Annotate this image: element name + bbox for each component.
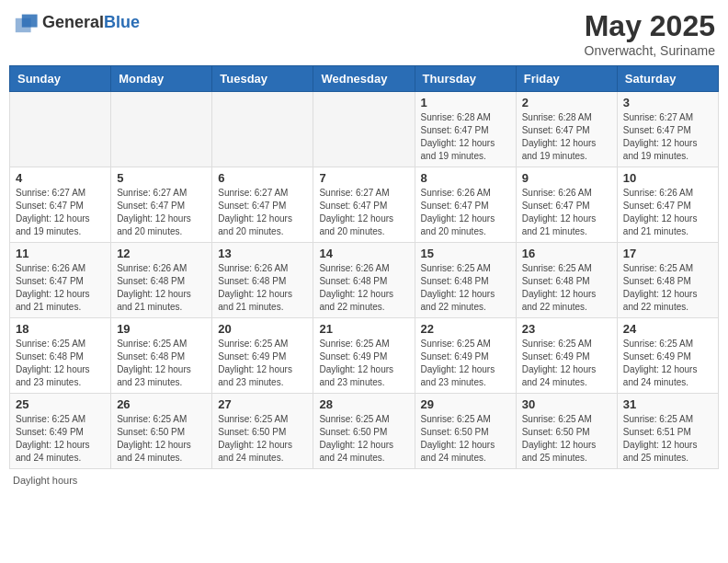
day-info: Sunrise: 6:25 AMSunset: 6:49 PMDaylight:… [522,338,611,389]
day-number: 29 [421,397,510,411]
calendar-cell: 28Sunrise: 6:25 AMSunset: 6:50 PMDayligh… [313,394,415,469]
day-number: 7 [319,171,408,185]
day-number: 25 [16,397,105,411]
calendar-cell: 22Sunrise: 6:25 AMSunset: 6:49 PMDayligh… [415,318,516,394]
logo-text: GeneralBlue [42,13,140,32]
calendar-cell: 27Sunrise: 6:25 AMSunset: 6:50 PMDayligh… [212,394,313,469]
day-info: Sunrise: 6:25 AMSunset: 6:48 PMDaylight:… [623,262,712,314]
calendar-cell: 25Sunrise: 6:25 AMSunset: 6:49 PMDayligh… [10,394,111,469]
day-info: Sunrise: 6:27 AMSunset: 6:47 PMDaylight:… [117,187,206,238]
day-number: 28 [319,397,408,411]
calendar-cell: 7Sunrise: 6:27 AMSunset: 6:47 PMDaylight… [313,167,415,243]
day-info: Sunrise: 6:25 AMSunset: 6:48 PMDaylight:… [117,338,206,389]
calendar-cell: 20Sunrise: 6:25 AMSunset: 6:49 PMDayligh… [212,318,313,394]
calendar-cell: 21Sunrise: 6:25 AMSunset: 6:49 PMDayligh… [313,318,415,394]
day-number: 19 [117,322,206,336]
day-number: 26 [117,397,206,411]
weekday-header-saturday: Saturday [617,66,718,92]
day-number: 30 [522,397,611,411]
logo: GeneralBlue [13,9,140,35]
calendar-week-row: 1Sunrise: 6:28 AMSunset: 6:47 PMDaylight… [10,92,719,167]
weekday-header-sunday: Sunday [10,66,111,92]
calendar-cell: 12Sunrise: 6:26 AMSunset: 6:48 PMDayligh… [111,243,212,318]
calendar-cell: 18Sunrise: 6:25 AMSunset: 6:48 PMDayligh… [10,318,111,394]
day-info: Sunrise: 6:25 AMSunset: 6:48 PMDaylight:… [16,338,105,389]
day-info: Sunrise: 6:25 AMSunset: 6:49 PMDaylight:… [16,413,105,465]
day-info: Sunrise: 6:28 AMSunset: 6:47 PMDaylight:… [421,111,510,163]
day-info: Sunrise: 6:26 AMSunset: 6:47 PMDaylight:… [522,187,611,238]
day-number: 21 [319,322,408,336]
calendar-cell [313,92,415,167]
calendar-body: 1Sunrise: 6:28 AMSunset: 6:47 PMDaylight… [10,92,719,469]
calendar-cell: 17Sunrise: 6:25 AMSunset: 6:48 PMDayligh… [617,243,718,318]
calendar-cell: 5Sunrise: 6:27 AMSunset: 6:47 PMDaylight… [111,167,212,243]
calendar-cell: 11Sunrise: 6:26 AMSunset: 6:47 PMDayligh… [10,243,111,318]
day-number: 1 [421,96,510,109]
calendar-cell [111,92,212,167]
day-info: Sunrise: 6:27 AMSunset: 6:47 PMDaylight:… [319,187,408,238]
day-number: 16 [522,247,611,260]
weekday-header-tuesday: Tuesday [212,66,313,92]
calendar-cell: 14Sunrise: 6:26 AMSunset: 6:48 PMDayligh… [313,243,415,318]
calendar-cell [10,92,111,167]
day-number: 2 [522,96,611,109]
day-number: 27 [218,397,307,411]
logo-general: General [42,13,104,31]
day-number: 12 [117,247,206,260]
weekday-header-monday: Monday [111,66,212,92]
day-info: Sunrise: 6:25 AMSunset: 6:51 PMDaylight:… [623,413,712,465]
calendar-cell: 29Sunrise: 6:25 AMSunset: 6:50 PMDayligh… [415,394,516,469]
calendar-week-row: 4Sunrise: 6:27 AMSunset: 6:47 PMDaylight… [10,167,719,243]
day-number: 3 [623,96,712,109]
main-title: May 2025 [585,9,715,43]
footer: Daylight hours [9,475,719,486]
calendar-cell: 15Sunrise: 6:25 AMSunset: 6:48 PMDayligh… [415,243,516,318]
calendar-cell: 2Sunrise: 6:28 AMSunset: 6:47 PMDaylight… [516,92,617,167]
day-info: Sunrise: 6:25 AMSunset: 6:49 PMDaylight:… [623,338,712,389]
day-info: Sunrise: 6:27 AMSunset: 6:47 PMDaylight:… [16,187,105,238]
calendar-cell: 31Sunrise: 6:25 AMSunset: 6:51 PMDayligh… [617,394,718,469]
calendar-cell: 19Sunrise: 6:25 AMSunset: 6:48 PMDayligh… [111,318,212,394]
day-number: 17 [623,247,712,260]
day-info: Sunrise: 6:25 AMSunset: 6:48 PMDaylight:… [522,262,611,314]
calendar-header: SundayMondayTuesdayWednesdayThursdayFrid… [10,66,719,92]
day-info: Sunrise: 6:25 AMSunset: 6:49 PMDaylight:… [421,338,510,389]
generalblue-logo-icon [13,9,39,35]
calendar-cell: 4Sunrise: 6:27 AMSunset: 6:47 PMDaylight… [10,167,111,243]
day-number: 11 [16,247,105,260]
day-info: Sunrise: 6:25 AMSunset: 6:50 PMDaylight:… [421,413,510,465]
weekday-header-friday: Friday [516,66,617,92]
day-number: 15 [421,247,510,260]
day-info: Sunrise: 6:25 AMSunset: 6:48 PMDaylight:… [421,262,510,314]
day-info: Sunrise: 6:25 AMSunset: 6:49 PMDaylight:… [319,338,408,389]
day-info: Sunrise: 6:25 AMSunset: 6:50 PMDaylight:… [522,413,611,465]
calendar-cell: 26Sunrise: 6:25 AMSunset: 6:50 PMDayligh… [111,394,212,469]
day-number: 31 [623,397,712,411]
calendar-cell: 16Sunrise: 6:25 AMSunset: 6:48 PMDayligh… [516,243,617,318]
day-number: 24 [623,322,712,336]
day-number: 9 [522,171,611,185]
calendar-cell: 6Sunrise: 6:27 AMSunset: 6:47 PMDaylight… [212,167,313,243]
calendar-cell: 8Sunrise: 6:26 AMSunset: 6:47 PMDaylight… [415,167,516,243]
day-info: Sunrise: 6:27 AMSunset: 6:47 PMDaylight:… [623,111,712,163]
calendar-cell: 24Sunrise: 6:25 AMSunset: 6:49 PMDayligh… [617,318,718,394]
calendar-cell: 30Sunrise: 6:25 AMSunset: 6:50 PMDayligh… [516,394,617,469]
day-number: 23 [522,322,611,336]
logo-blue: Blue [104,13,140,31]
subtitle: Onverwacht, Suriname [585,43,715,58]
calendar-cell: 9Sunrise: 6:26 AMSunset: 6:47 PMDaylight… [516,167,617,243]
day-number: 14 [319,247,408,260]
calendar-cell: 10Sunrise: 6:26 AMSunset: 6:47 PMDayligh… [617,167,718,243]
day-number: 20 [218,322,307,336]
weekday-header-thursday: Thursday [415,66,516,92]
day-info: Sunrise: 6:25 AMSunset: 6:50 PMDaylight:… [319,413,408,465]
day-info: Sunrise: 6:26 AMSunset: 6:47 PMDaylight:… [623,187,712,238]
weekday-header-row: SundayMondayTuesdayWednesdayThursdayFrid… [10,66,719,92]
daylight-label: Daylight hours [13,475,77,486]
day-info: Sunrise: 6:26 AMSunset: 6:48 PMDaylight:… [218,262,307,314]
day-info: Sunrise: 6:25 AMSunset: 6:50 PMDaylight:… [218,413,307,465]
calendar-table: SundayMondayTuesdayWednesdayThursdayFrid… [9,65,719,469]
day-info: Sunrise: 6:26 AMSunset: 6:47 PMDaylight:… [16,262,105,314]
calendar-cell [212,92,313,167]
day-info: Sunrise: 6:28 AMSunset: 6:47 PMDaylight:… [522,111,611,163]
